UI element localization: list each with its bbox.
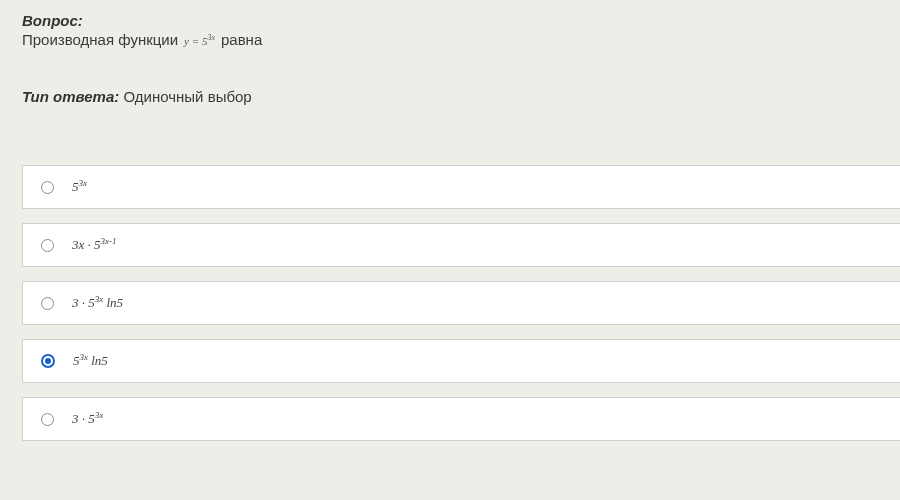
option-text: 53x ln5 [73, 352, 108, 369]
radio-button[interactable] [41, 354, 55, 368]
answer-type-value: Одиночный выбор [123, 88, 251, 105]
question-text-before: Производная функции [22, 31, 178, 48]
option-text: 53x [72, 178, 87, 195]
option-row-0[interactable]: 53x [22, 165, 900, 209]
option-text: 3x · 53x-1 [72, 236, 117, 253]
answer-type-label: Тип ответа: [22, 88, 119, 105]
radio-button[interactable] [41, 297, 54, 310]
answer-type-row: Тип ответа: Одиночный выбор [22, 88, 900, 105]
option-text: 3 · 53x [72, 410, 103, 427]
options-list: 53x3x · 53x-13 · 53x ln553x ln53 · 53x [22, 165, 900, 441]
option-row-4[interactable]: 3 · 53x [22, 397, 900, 441]
option-text: 3 · 53x ln5 [72, 294, 123, 311]
radio-button[interactable] [41, 181, 54, 194]
option-row-1[interactable]: 3x · 53x-1 [22, 223, 900, 267]
question-formula: y = 53x [182, 33, 217, 47]
quiz-page: Вопрос: Производная функции y = 53x равн… [0, 0, 900, 441]
option-row-2[interactable]: 3 · 53x ln5 [22, 281, 900, 325]
radio-button[interactable] [41, 413, 54, 426]
question-text-after: равна [221, 31, 262, 48]
question-label: Вопрос: [22, 12, 900, 29]
option-row-3[interactable]: 53x ln5 [22, 339, 900, 383]
radio-button[interactable] [41, 239, 54, 252]
question-text: Производная функции y = 53x равна [22, 31, 900, 48]
